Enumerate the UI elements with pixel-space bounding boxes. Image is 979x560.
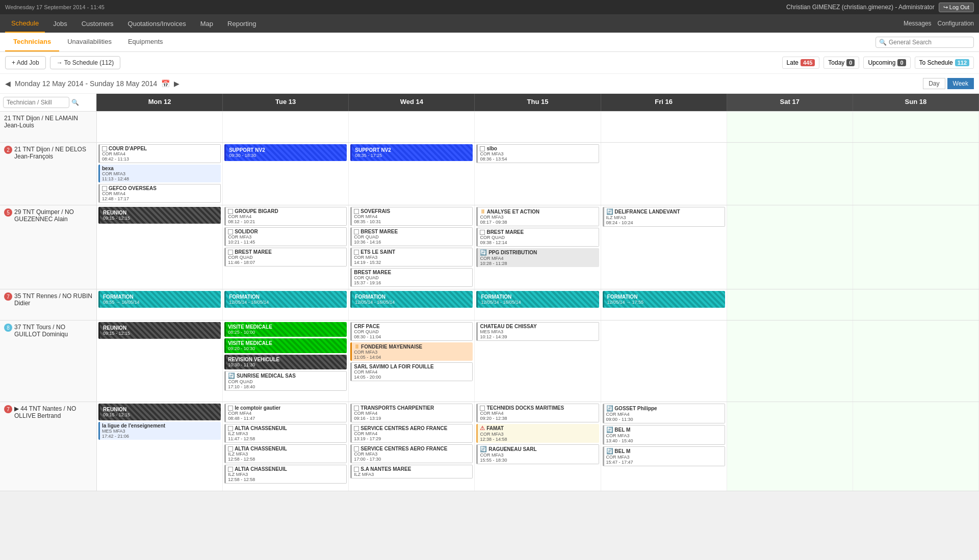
job-card[interactable]: REUNION 09:15 - 12:15 (98, 207, 221, 224)
to-schedule-button[interactable]: → To Schedule (112) (50, 56, 121, 69)
job-card[interactable]: CHATEAU DE CHISSAY MES MFA3 10:12 - 14:3… (476, 322, 599, 341)
job-card[interactable]: slbo COR MFA3 08:36 - 13:54 (476, 144, 599, 163)
job-card[interactable]: SERVICE CENTRES AERO FRANCE COR MFA4 13:… (350, 424, 473, 443)
checkbox[interactable] (228, 250, 233, 255)
checkbox[interactable] (480, 146, 485, 151)
schedule-badge[interactable]: To Schedule 112 (915, 57, 974, 69)
checkbox[interactable] (354, 229, 359, 234)
logout-button[interactable]: ↪ Log Out (939, 3, 974, 12)
view-day-button[interactable]: Day (923, 78, 945, 89)
nav-reporting[interactable]: Reporting (221, 14, 262, 33)
nav-quotations[interactable]: Quotations/Invoices (122, 14, 192, 33)
job-card[interactable]: GROUPE BIGARD COR MFA4 08:12 - 10:21 (224, 207, 347, 226)
checkbox[interactable] (228, 426, 233, 431)
job-card[interactable]: FORMATION 12/05/14 - 16/05/14 (350, 291, 473, 308)
job-card[interactable]: FORMATION 12/05/14 → 17:55 (603, 291, 725, 308)
pause-icon: ⏸ (480, 208, 485, 215)
job-card[interactable]: la ligue de l'enseignement MES MFA3 17:4… (98, 422, 221, 440)
job-card[interactable]: ⏸ FONDERIE MAYENNAISE COR MFA3 11:05 - 1… (350, 342, 473, 361)
job-card[interactable]: BREST MAREE COR QUAD 15:37 - 19:16 (350, 268, 473, 287)
job-card[interactable]: 🔄 BEL M COR MFA3 13:40 - 15:40 (603, 425, 725, 445)
tab-equipments[interactable]: Equipments (120, 33, 171, 51)
job-card[interactable]: REUNION 09:15 - 12:15 (98, 322, 221, 339)
checkbox[interactable] (102, 186, 107, 191)
day-sat (727, 321, 853, 402)
checkbox[interactable] (354, 467, 359, 472)
tab-unavailabilities[interactable]: Unavailabilities (59, 33, 120, 51)
nav-schedule[interactable]: Schedule (5, 14, 45, 33)
job-card[interactable]: TECHNIDIS DOCKS MARITIMES COR MFA4 09:20… (476, 404, 599, 422)
job-card[interactable]: FORMATION 12/05/14 - 16/05/14 (476, 291, 599, 308)
job-card[interactable]: 🔄 BEL M COR MFA3 15:47 - 17:47 (603, 446, 725, 466)
checkbox[interactable] (228, 406, 233, 411)
job-card[interactable]: SUPPORT NV2 08:35 - 17:25 (350, 144, 473, 161)
job-card[interactable]: bexa COR MFA3 11:13 - 12:48 (98, 165, 221, 182)
day-sun (853, 289, 979, 320)
skill-search-input[interactable] (3, 97, 69, 108)
checkbox[interactable] (480, 406, 485, 411)
view-week-button[interactable]: Week (947, 78, 974, 89)
job-card[interactable]: SERVICE CENTRES AERO FRANCE COR MFA3 17:… (350, 444, 473, 463)
nav-jobs[interactable]: Jobs (47, 14, 73, 33)
late-badge[interactable]: Late 445 (782, 57, 820, 69)
job-card[interactable]: SOLIDOR COR MFA3 10:21 - 11:45 (224, 227, 347, 246)
nav-right: Messages Configuration (904, 20, 974, 27)
job-card[interactable]: SUPPORT NV2 09:30 - 18:30 (224, 144, 347, 161)
username: Christian GIMENEZ (christian.gimenez) - … (786, 4, 935, 11)
nav-messages[interactable]: Messages (904, 20, 932, 27)
job-card[interactable]: ETS LE SAINT COR MFA3 14:19 - 15:32 (350, 248, 473, 266)
checkbox[interactable] (102, 146, 107, 151)
add-job-button[interactable]: + Add Job (5, 56, 46, 69)
checkbox[interactable] (354, 446, 359, 451)
job-card[interactable]: BREST MAREE COR QUAD 09:38 - 12:14 (476, 228, 599, 247)
job-card[interactable]: ALTIA CHASSENEUIL ILZ MFA3 11:47 - 12:58 (224, 424, 347, 443)
job-card[interactable]: REVISION VEHICULE 10:30 - 11:30 (224, 355, 347, 369)
job-card[interactable]: TRANSPORTS CHARPENTIER COR MFA4 09:16 - … (350, 404, 473, 422)
job-card[interactable]: BREST MAREE COR QUAD 10:36 - 14:16 (350, 227, 473, 246)
job-card[interactable]: REUNION 09:15 - 12:15 (98, 404, 221, 420)
nav-configuration[interactable]: Configuration (938, 20, 974, 27)
nav-customers[interactable]: Customers (75, 14, 120, 33)
checkbox[interactable] (228, 209, 233, 214)
job-card[interactable]: VISITE MEDICALE 08:25 - 10:00 (224, 322, 347, 337)
checkbox[interactable] (354, 209, 359, 214)
checkbox[interactable] (228, 446, 233, 451)
job-card[interactable]: ⚠ FAMAT COR MFA3 12:38 - 14:58 (476, 424, 599, 443)
job-card[interactable]: 🔄 RAGUENEAU SARL COR MFA3 15:55 - 18:30 (476, 444, 599, 464)
job-card[interactable]: GEFCO OVERSEAS COR MFA4 12:48 - 17:17 (98, 184, 221, 203)
job-card[interactable]: 🔄 SUNRISE MEDICAL SAS COR QUAD 17:10 - 1… (224, 371, 347, 391)
nav-map[interactable]: Map (194, 14, 219, 33)
job-card[interactable]: ⏸ ANALYSE ET ACTION COR MFA3 08:17 - 09:… (476, 207, 599, 226)
job-card[interactable]: ALTIA CHASSENEUIL ILZ MFA3 12:58 - 12:58 (224, 465, 347, 484)
search-input[interactable] (889, 39, 970, 46)
job-card[interactable]: BREST MAREE COR QUAD 11:46 - 18:07 (224, 248, 347, 266)
job-card[interactable]: ALTIA CHASSENEUIL ILZ MFA3 12:58 - 12:58 (224, 444, 347, 463)
job-card[interactable]: 🔄 GOSSET Philippe COR MFA4 09:00 - 11:30 (603, 404, 725, 423)
upcoming-badge[interactable]: Upcoming 0 (863, 57, 910, 69)
checkbox[interactable] (354, 406, 359, 411)
prev-arrow[interactable]: ◀ (5, 79, 11, 88)
day-sat (727, 205, 853, 289)
checkbox[interactable] (480, 230, 485, 235)
job-card[interactable]: VISITE MEDICALE 09:20 - 10:30 (224, 338, 347, 353)
calendar-icon[interactable]: 📅 (161, 79, 170, 88)
job-card[interactable]: FORMATION 08:55 → 16/05/14 (98, 291, 221, 308)
next-arrow[interactable]: ▶ (174, 79, 179, 88)
checkbox[interactable] (228, 467, 233, 472)
job-card[interactable]: SOVEFRAIS COR MFA4 08:35 - 10:31 (350, 207, 473, 226)
job-card[interactable]: le comptoir gautier COR MFA4 08:48 - 11:… (224, 404, 347, 422)
checkbox[interactable] (354, 250, 359, 255)
calendar-nav: ◀ Monday 12 May 2014 - Sunday 18 May 201… (0, 74, 979, 94)
tech-badge: 2 (4, 146, 12, 154)
job-card[interactable]: SARL SAVIMO LA FOIR FOUILLE COR MFA4 14:… (350, 362, 473, 381)
job-card[interactable]: S.A NANTES MAREE ILZ MFA3 (350, 465, 473, 478)
checkbox[interactable] (228, 229, 233, 234)
job-card[interactable]: FORMATION 12/05/14 - 16/05/14 (224, 291, 347, 308)
today-badge[interactable]: Today 0 (823, 57, 859, 69)
job-card[interactable]: COUR D'APPEL COR MFA4 08:42 - 11:13 (98, 144, 221, 163)
checkbox[interactable] (354, 426, 359, 431)
job-card[interactable]: CRF PACE COR QUAD 08:30 - 11:04 (350, 322, 473, 341)
tab-technicians[interactable]: Technicians (5, 33, 59, 51)
job-card[interactable]: 🔄 DELIFRANCE LANDEVANT ILZ MFA3 08:24 - … (603, 207, 725, 227)
job-card[interactable]: 🔄 PPG DISTRIBUTION COR MFA4 10:28 - 11:2… (476, 248, 599, 267)
